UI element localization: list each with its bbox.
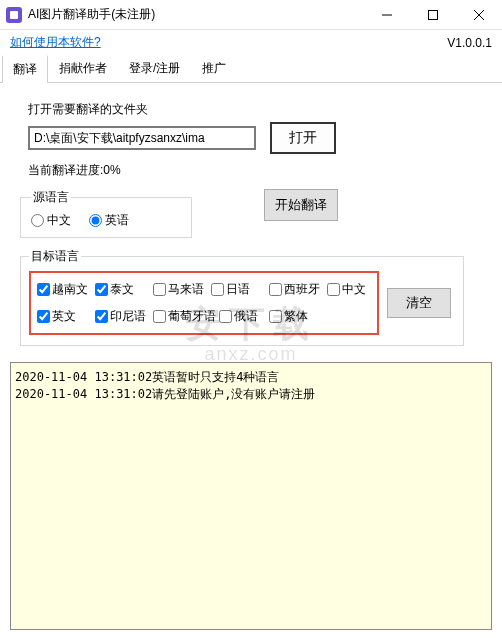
target-checkbox-grid: 越南文 泰文 马来语 日语 西班牙 中文 英文 印尼语 葡萄牙语 俄语 繁体	[29, 271, 379, 335]
tab-translate[interactable]: 翻译	[2, 55, 48, 82]
titlebar: AI图片翻译助手(未注册)	[0, 0, 502, 30]
help-link[interactable]: 如何使用本软件?	[10, 34, 101, 51]
path-input[interactable]	[28, 126, 256, 150]
open-button[interactable]: 打开	[270, 122, 336, 154]
check-malay[interactable]: 马来语	[153, 281, 211, 298]
window-title: AI图片翻译助手(未注册)	[28, 6, 364, 23]
open-folder-label: 打开需要翻译的文件夹	[28, 101, 490, 118]
app-icon	[6, 7, 22, 23]
svg-rect-2	[429, 10, 438, 19]
minimize-button[interactable]	[364, 0, 410, 30]
source-row: 源语言 中文 英语 开始翻译	[28, 189, 490, 238]
tab-donate[interactable]: 捐献作者	[48, 55, 118, 82]
tab-bar: 翻译 捐献作者 登录/注册 推广	[0, 55, 502, 83]
start-translate-button[interactable]: 开始翻译	[264, 189, 338, 221]
radio-chinese-input[interactable]	[31, 214, 44, 227]
target-language-group: 目标语言 越南文 泰文 马来语 日语 西班牙 中文 英文 印尼语 葡萄牙语 俄语…	[20, 248, 464, 346]
radio-english[interactable]: 英语	[89, 212, 129, 229]
source-language-legend: 源语言	[31, 189, 71, 206]
window-controls	[364, 0, 502, 30]
path-row: 打开	[28, 122, 490, 154]
target-language-legend: 目标语言	[29, 248, 81, 265]
content-panel: 打开需要翻译的文件夹 打开 当前翻译进度:0% 源语言 中文 英语 开始翻译 目…	[0, 83, 502, 354]
clear-button[interactable]: 清空	[387, 288, 451, 318]
check-vietnamese[interactable]: 越南文	[37, 281, 95, 298]
check-portuguese[interactable]: 葡萄牙语	[153, 308, 219, 325]
top-row: 如何使用本软件? V1.0.0.1	[0, 30, 502, 53]
radio-english-input[interactable]	[89, 214, 102, 227]
svg-rect-0	[10, 11, 18, 19]
close-button[interactable]	[456, 0, 502, 30]
check-english[interactable]: 英文	[37, 308, 95, 325]
check-chinese[interactable]: 中文	[327, 281, 367, 298]
tab-promote[interactable]: 推广	[191, 55, 237, 82]
check-traditional[interactable]: 繁体	[269, 308, 327, 325]
check-japanese[interactable]: 日语	[211, 281, 269, 298]
check-thai[interactable]: 泰文	[95, 281, 153, 298]
check-spanish[interactable]: 西班牙	[269, 281, 327, 298]
check-russian[interactable]: 俄语	[219, 308, 269, 325]
log-output[interactable]: 2020-11-04 13:31:02英语暂时只支持4种语言 2020-11-0…	[10, 362, 492, 630]
radio-chinese[interactable]: 中文	[31, 212, 71, 229]
version-label: V1.0.0.1	[447, 36, 492, 50]
source-language-group: 源语言 中文 英语	[20, 189, 192, 238]
tab-login[interactable]: 登录/注册	[118, 55, 191, 82]
maximize-button[interactable]	[410, 0, 456, 30]
check-indonesian[interactable]: 印尼语	[95, 308, 153, 325]
progress-label: 当前翻译进度:0%	[28, 162, 490, 179]
